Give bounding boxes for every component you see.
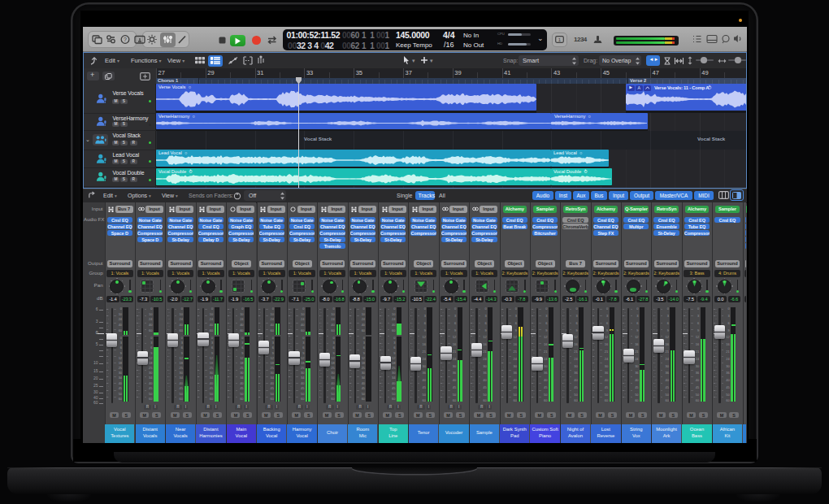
svg-text:?: ? — [124, 37, 127, 42]
svg-text:1: 1 — [558, 37, 562, 42]
